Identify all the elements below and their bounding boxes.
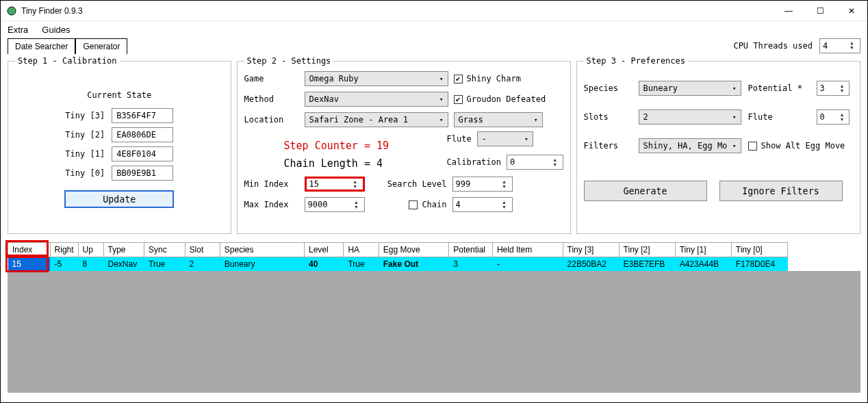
chevron-down-icon: ▾: [439, 75, 443, 82]
step2-legend: Step 2 - Settings: [244, 56, 334, 66]
chain-length-text: Chain Length = 4: [284, 155, 447, 172]
filters-label: Filters: [584, 141, 632, 151]
col-right[interactable]: Right: [50, 243, 78, 257]
col-egg-move[interactable]: Egg Move: [379, 243, 449, 257]
results-table: Index Right Up Type Sync Slot Species Le…: [8, 242, 788, 271]
tiny1-input[interactable]: [112, 146, 173, 161]
stepper-arrows-icon[interactable]: ▲▼: [850, 41, 857, 51]
chevron-down-icon: ▾: [439, 96, 443, 103]
chevron-down-icon: ▾: [439, 116, 443, 123]
col-tiny1[interactable]: Tiny [1]: [675, 243, 731, 257]
tab-generator[interactable]: Generator: [75, 38, 127, 54]
titlebar: Tiny Finder 0.9.3 — ☐ ✕: [1, 1, 867, 21]
chevron-down-icon: ▾: [534, 116, 537, 123]
tab-date-searcher[interactable]: Date Searcher: [8, 38, 75, 54]
search-level-label: Search Level: [372, 179, 447, 189]
col-tiny0[interactable]: Tiny [0]: [731, 243, 787, 257]
chevron-down-icon: ▾: [732, 142, 736, 149]
step2-settings: Step 2 - Settings Game Omega Ruby▾ ✔Shin…: [237, 56, 571, 234]
ignore-filters-button[interactable]: Ignore Filters: [719, 181, 843, 201]
tiny0-input[interactable]: [112, 166, 173, 181]
chain-stepper[interactable]: ▲▼: [452, 197, 513, 212]
tiny1-label: Tiny [1]: [65, 149, 105, 159]
col-level[interactable]: Level: [304, 243, 343, 257]
current-state-label: Current State: [15, 90, 224, 100]
col-tiny2[interactable]: Tiny [2]: [619, 243, 675, 257]
cpu-threads-stepper[interactable]: ▲▼: [819, 38, 860, 53]
col-species[interactable]: Species: [220, 243, 304, 257]
flute-select[interactable]: -▾: [477, 131, 533, 146]
slots-select[interactable]: 2▾: [639, 109, 741, 125]
svg-point-0: [8, 7, 16, 15]
chevron-down-icon: ▾: [732, 114, 736, 120]
species-select[interactable]: Buneary▾: [639, 81, 741, 96]
tiny3-label: Tiny [3]: [65, 111, 105, 120]
step3-preferences: Step 3 - Preferences Species Buneary▾ Po…: [576, 56, 860, 234]
chevron-down-icon: ▾: [524, 135, 528, 142]
method-label: Method: [244, 94, 299, 104]
shiny-charm-checkbox[interactable]: ✔Shiny Charm: [454, 74, 563, 83]
chain-checkbox[interactable]: Chain: [372, 200, 447, 209]
show-alt-checkbox[interactable]: Show Alt Egg Move: [748, 141, 851, 151]
potential-stepper[interactable]: ▲▼: [817, 81, 850, 96]
col-index[interactable]: Index: [8, 243, 51, 257]
terrain-select[interactable]: Grass▾: [454, 112, 543, 127]
potential-label: Potential *: [748, 83, 810, 93]
cpu-threads-label: CPU Threads used: [733, 41, 813, 51]
step-counter-text: Step Counter = 19: [284, 137, 447, 155]
col-potential[interactable]: Potential: [449, 243, 493, 257]
close-button[interactable]: ✕: [836, 1, 867, 21]
menubar: Extra Guides: [1, 21, 867, 38]
game-label: Game: [244, 74, 299, 83]
flute-stepper[interactable]: ▲▼: [817, 109, 850, 125]
flute3-label: Flute: [748, 112, 810, 122]
step1-calibration: Step 1 - Calibration Current State Tiny …: [8, 56, 231, 234]
chevron-down-icon: ▾: [732, 85, 736, 92]
window-title: Tiny Finder 0.9.3: [21, 6, 83, 16]
col-type[interactable]: Type: [103, 243, 144, 257]
step3-legend: Step 3 - Preferences: [584, 56, 689, 66]
calibration-stepper[interactable]: ▲▼: [507, 155, 563, 170]
max-index-label: Max Index: [244, 200, 299, 209]
search-level-stepper[interactable]: ▲▼: [452, 177, 513, 192]
tiny3-input[interactable]: [112, 108, 173, 123]
table-row[interactable]: 15 -5 8 DexNav True 2 Buneary 40 True Fa…: [8, 257, 788, 272]
menu-guides[interactable]: Guides: [42, 25, 70, 35]
tiny2-input[interactable]: [112, 127, 173, 142]
slots-label: Slots: [584, 112, 632, 122]
col-up[interactable]: Up: [78, 243, 103, 257]
col-tiny3[interactable]: Tiny [3]: [563, 243, 619, 257]
col-slot[interactable]: Slot: [185, 243, 220, 257]
location-label: Location: [244, 115, 299, 125]
tiny2-label: Tiny [2]: [65, 130, 105, 140]
table-header-row: Index Right Up Type Sync Slot Species Le…: [8, 243, 788, 257]
minimize-button[interactable]: —: [773, 1, 804, 21]
filters-select[interactable]: Shiny, HA, Egg Mo▾: [639, 138, 741, 153]
min-index-stepper[interactable]: ▲▼: [305, 177, 365, 192]
results-empty-area: [8, 271, 860, 393]
calibration-label: Calibration: [447, 157, 501, 167]
col-ha[interactable]: HA: [344, 243, 379, 257]
generate-button[interactable]: Generate: [584, 181, 707, 201]
step1-legend: Step 1 - Calibration: [15, 56, 120, 66]
location-select[interactable]: Safari Zone - Area 1▾: [305, 112, 448, 127]
tiny0-label: Tiny [0]: [65, 168, 105, 178]
cpu-threads-input[interactable]: [823, 41, 850, 51]
col-held-item[interactable]: Held Item: [492, 243, 563, 257]
groudon-checkbox[interactable]: ✔Groudon Defeated: [454, 94, 563, 104]
flute-label: Flute: [447, 134, 472, 144]
species-label: Species: [584, 83, 632, 93]
max-index-stepper[interactable]: ▲▼: [305, 197, 365, 212]
update-button[interactable]: Update: [64, 190, 174, 208]
min-index-label: Min Index: [244, 179, 299, 189]
tabstrip: Date Searcher Generator: [8, 38, 127, 54]
menu-extra[interactable]: Extra: [8, 25, 28, 35]
col-sync[interactable]: Sync: [144, 243, 186, 257]
app-icon: [6, 5, 17, 16]
game-select[interactable]: Omega Ruby▾: [305, 71, 448, 86]
maximize-button[interactable]: ☐: [804, 1, 836, 21]
method-select[interactable]: DexNav▾: [305, 92, 448, 107]
